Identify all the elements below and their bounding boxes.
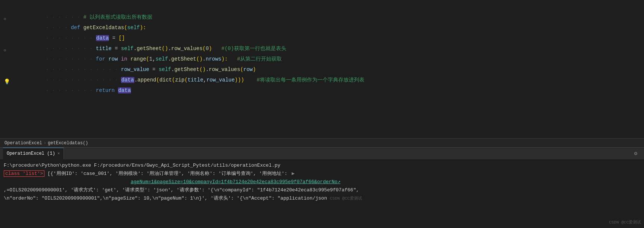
breadcrumb-item-1[interactable]: OperationExcel — [4, 141, 42, 146]
breadcrumb-separator: › — [44, 141, 46, 146]
code-line-2: ⊖ · · · · def getExceldatas(self): — [0, 12, 644, 22]
terminal-cmd-line: F:\procedure\Python\python.exe F:/proced… — [4, 161, 640, 170]
code-content-8: · · · · · · · · return data — [25, 75, 644, 106]
code-line-7: · · · · · · · · · · · · data.append(dict… — [0, 64, 644, 75]
terminal-tab-close[interactable]: × — [57, 151, 60, 156]
fold-icon-2[interactable]: ⊖ — [4, 16, 6, 21]
terminal-output3-line: \n"orderNo": "OILS20200909000001",\n"pag… — [4, 194, 640, 203]
code-line-6: · · · · · · · · · · · · row_value = self… — [0, 54, 644, 64]
terminal-tabs: OperationExcel (1) × ⚙ — [0, 147, 644, 159]
class-list-error: class 'list'> — [4, 170, 44, 177]
code-line-1: · · · · · · # 以列表形式读取出所有数据 — [0, 1, 644, 12]
terminal-tab-label: OperationExcel (1) — [7, 151, 55, 156]
editor-area: · · · · · · # 以列表形式读取出所有数据 ⊖ · · · · def… — [0, 0, 644, 138]
fold-icon-5[interactable]: ⊖ — [4, 48, 6, 53]
terminal-output-1-text: [{'用例ID': 'case_001', '用例模块': '用油订单管理', … — [47, 171, 287, 176]
terminal-section: OperationExcel (1) × ⚙ F:\procedure\Pyth… — [0, 147, 644, 228]
terminal-error-line: class 'list'> [{'用例ID': 'case_001', '用例模… — [4, 170, 640, 178]
dots-8: · · · · · · · · — [46, 87, 96, 93]
gear-icon[interactable]: ⚙ — [631, 150, 641, 157]
terminal-cmd-text: F:\procedure\Python\python.exe F:/proced… — [4, 163, 280, 168]
code-line-5: ⊖ · · · · · · · · for row in range(1,sel… — [0, 43, 644, 54]
breadcrumb-item-2[interactable]: getExceldatas() — [48, 141, 88, 146]
terminal-output-3-text: \n"orderNo": "OILS20200909000001",\n"pag… — [4, 195, 327, 201]
terminal-output2-line: ,=OILS20200909000001', '请求方式': 'get', '请… — [4, 186, 640, 194]
breadcrumb-bar: OperationExcel › getExceldatas() — [0, 138, 644, 147]
watermark-fixed: CSDN @CC爱测试 — [609, 219, 641, 225]
terminal-scroll-right: ▶ — [292, 171, 295, 176]
lamp-icon-8[interactable]: 💡 — [4, 78, 10, 85]
terminal-url[interactable]: ageNum=1&pageSize=10&companyId=1f4b7124e… — [131, 179, 340, 185]
code-line-3: · · · · · · · · data = [] — [0, 22, 644, 33]
code-line-8: 💡 · · · · · · · · return data — [0, 75, 644, 85]
code-line-4: · · · · · · · · title = self.getSheet().… — [0, 33, 644, 43]
terminal-tab-1[interactable]: OperationExcel (1) × — [3, 148, 64, 159]
terminal-url-line: ageNum=1&pageSize=10&companyId=1f4b7124e… — [4, 178, 640, 186]
watermark: CSDN @CC爱测试 — [330, 196, 362, 201]
terminal-output-2-text: ,=OILS20200909000001', '请求方式': 'get', '请… — [4, 187, 359, 193]
terminal-content: F:\procedure\Python\python.exe F:/proced… — [0, 159, 644, 228]
